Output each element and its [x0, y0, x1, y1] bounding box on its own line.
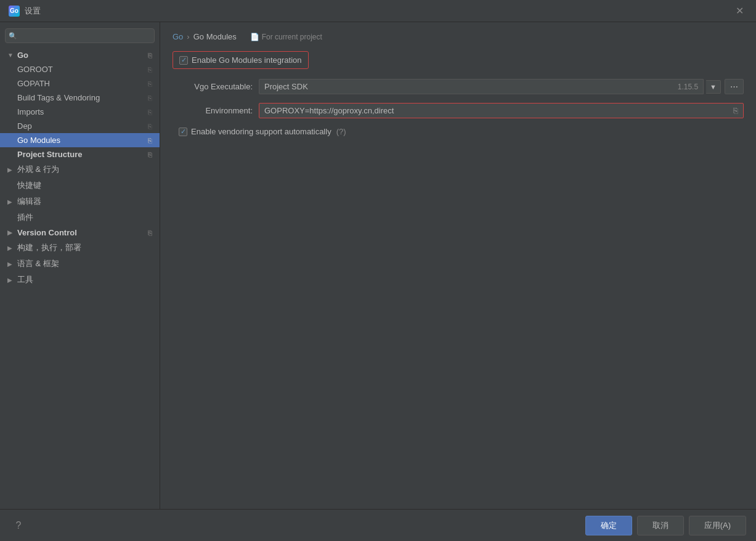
help-button[interactable]: ? — [10, 517, 27, 534]
sidebar-item-goroot-label: GOROOT — [17, 65, 53, 74]
for-current-project[interactable]: 📄 For current project — [250, 33, 322, 41]
app-icon: Go — [9, 6, 20, 17]
sidebar-item-editor-label: 编辑器 — [17, 196, 41, 207]
vgo-field-row: Vgo Executable: Project SDK 1.15.5 ▼ ⋯ — [173, 79, 744, 94]
vendoring-row: ✓ Enable vendoring support automatically… — [173, 127, 744, 136]
copy-icon: ⎘ — [148, 137, 152, 144]
sidebar-item-project-structure-label: Project Structure — [17, 150, 82, 159]
copy-icon: ⎘ — [148, 108, 152, 116]
cancel-button[interactable]: 取消 — [637, 516, 684, 535]
copy-icon: ⎘ — [148, 80, 152, 87]
sidebar-item-appearance-label: 外观 & 行为 — [17, 164, 59, 175]
enable-modules-checkbox[interactable]: ✓ — [179, 56, 188, 65]
search-box[interactable]: 🔍 — [5, 28, 155, 43]
copy-icon: ⎘ — [148, 66, 152, 73]
sidebar-item-go-modules[interactable]: Go Modules ⎘ — [0, 133, 160, 147]
sidebar-item-tools[interactable]: ▶ 工具 — [0, 272, 160, 288]
vendoring-label: Enable vendoring support automatically — [191, 127, 331, 136]
vgo-input-wrap: Project SDK 1.15.5 ▼ ⋯ — [259, 79, 744, 94]
vgo-version: 1.15.5 — [678, 83, 698, 91]
breadcrumb-parent[interactable]: Go — [173, 32, 183, 41]
apply-button[interactable]: 应用(A) — [689, 516, 746, 535]
footer: ? 确定 取消 应用(A) — [0, 509, 756, 541]
sidebar-item-version-control[interactable]: ▶ Version Control ⎘ — [0, 226, 160, 240]
env-copy-button[interactable]: ⎘ — [728, 104, 743, 118]
sidebar-item-tools-label: 工具 — [17, 274, 33, 285]
env-input-wrap: ⎘ — [259, 103, 744, 118]
env-field-row: Environment: ⎘ — [173, 103, 744, 118]
sidebar-item-appearance[interactable]: ▶ 外观 & 行为 — [0, 161, 160, 177]
breadcrumb: Go › Go Modules 📄 For current project — [173, 32, 744, 41]
footer-right: 确定 取消 应用(A) — [585, 516, 746, 535]
enable-modules-section: ✓ Enable Go Modules integration — [173, 51, 309, 69]
enable-modules-label: Enable Go Modules integration — [192, 55, 302, 65]
sidebar-item-shortcuts-label: 快捷键 — [17, 180, 41, 191]
sidebar-item-project-structure[interactable]: ▶ Project Structure ⎘ — [0, 147, 160, 161]
sidebar-item-dep[interactable]: Dep ⎘ — [0, 119, 160, 133]
copy-icon: ⎘ — [148, 94, 152, 102]
chevron-right-icon: ▶ — [7, 277, 15, 283]
sidebar-item-go[interactable]: ▼ Go ⎘ — [0, 48, 160, 62]
search-input[interactable] — [5, 28, 155, 43]
sidebar-item-go-modules-label: Go Modules — [17, 136, 60, 145]
sidebar-item-version-control-label: Version Control — [17, 228, 77, 237]
search-icon: 🔍 — [9, 32, 17, 40]
env-label: Environment: — [173, 106, 253, 115]
sidebar-item-gopath[interactable]: GOPATH ⎘ — [0, 76, 160, 91]
vendoring-checkbox[interactable]: ✓ — [179, 128, 187, 136]
enable-modules-checkbox-wrap[interactable]: ✓ Enable Go Modules integration — [179, 55, 302, 65]
sidebar-item-editor[interactable]: ▶ 编辑器 — [0, 193, 160, 209]
sidebar-item-build-tags[interactable]: Build Tags & Vendoring ⎘ — [0, 91, 160, 105]
vgo-dropdown-button[interactable]: ▼ — [706, 80, 721, 94]
sidebar-item-lang-framework[interactable]: ▶ 语言 & 框架 — [0, 256, 160, 272]
sidebar-item-shortcuts[interactable]: ▶ 快捷键 — [0, 177, 160, 193]
vgo-more-button[interactable]: ⋯ — [725, 79, 744, 94]
sidebar-item-go-label: Go — [17, 51, 28, 60]
sidebar-item-dep-label: Dep — [17, 121, 32, 131]
sidebar-item-build-exec-label: 构建，执行，部署 — [17, 242, 81, 253]
vgo-value: Project SDK — [264, 82, 308, 91]
breadcrumb-separator: › — [187, 32, 189, 41]
project-icon: 📄 — [250, 33, 259, 41]
env-input[interactable] — [259, 104, 728, 118]
sidebar-item-imports-label: Imports — [17, 107, 44, 116]
chevron-down-icon: ▼ — [7, 52, 15, 59]
sidebar-item-gopath-label: GOPATH — [17, 79, 50, 88]
copy-icon: ⎘ — [148, 229, 152, 237]
copy-icon: ⎘ — [148, 52, 152, 59]
vgo-select[interactable]: Project SDK 1.15.5 — [259, 79, 704, 94]
copy-icon: ⎘ — [148, 123, 152, 130]
footer-left: ? — [10, 517, 27, 534]
chevron-right-icon: ▶ — [7, 245, 15, 251]
sidebar: 🔍 ▼ Go ⎘ GOROOT ⎘ GOPATH ⎘ Build Tags & … — [0, 22, 160, 509]
content-area: Go › Go Modules 📄 For current project ✓ … — [160, 22, 756, 509]
help-icon[interactable]: (?) — [336, 127, 346, 136]
sidebar-item-lang-framework-label: 语言 & 框架 — [17, 258, 59, 269]
copy-icon: ⎘ — [148, 151, 152, 158]
close-button[interactable]: ✕ — [732, 4, 747, 18]
sidebar-item-plugins-label: 插件 — [17, 212, 33, 223]
sidebar-item-build-tags-label: Build Tags & Vendoring — [17, 93, 100, 102]
breadcrumb-current: Go Modules — [193, 32, 237, 41]
vgo-label: Vgo Executable: — [173, 82, 253, 91]
vendoring-checkbox-wrap[interactable]: ✓ Enable vendoring support automatically — [179, 127, 331, 136]
confirm-button[interactable]: 确定 — [585, 516, 632, 535]
for-current-project-label: For current project — [262, 33, 322, 41]
chevron-right-icon: ▶ — [7, 198, 15, 205]
sidebar-item-imports[interactable]: Imports ⎘ — [0, 105, 160, 119]
chevron-right-icon: ▶ — [7, 261, 15, 267]
sidebar-item-plugins[interactable]: ▶ 插件 — [0, 209, 160, 226]
sidebar-item-build-exec[interactable]: ▶ 构建，执行，部署 — [0, 240, 160, 256]
dialog-title: 设置 — [25, 6, 41, 17]
sidebar-item-goroot[interactable]: GOROOT ⎘ — [0, 62, 160, 76]
chevron-right-icon: ▶ — [7, 166, 15, 173]
chevron-right-icon: ▶ — [7, 229, 15, 236]
